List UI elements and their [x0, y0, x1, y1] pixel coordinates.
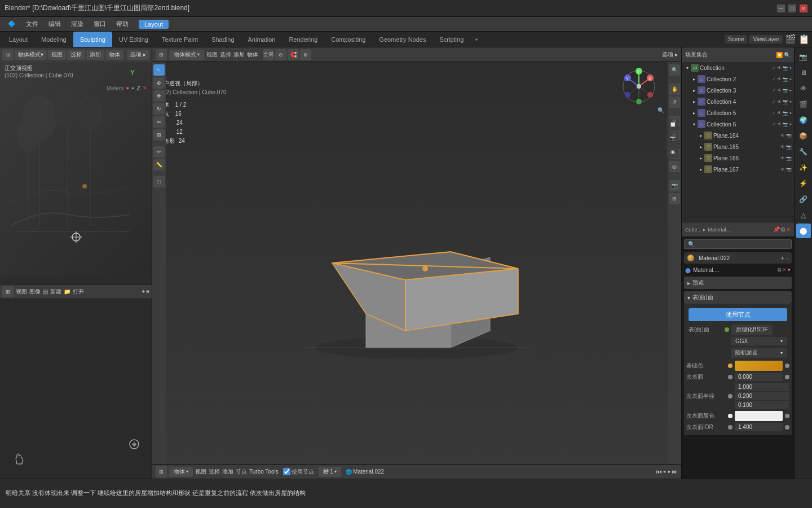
scale-tool[interactable]: ⇔ — [153, 116, 165, 128]
ggx-selector[interactable]: GGX — [731, 337, 787, 345]
props-icon-render[interactable]: 📷 — [796, 50, 811, 64]
props-icon-modifier[interactable]: 🔧 — [796, 144, 811, 159]
c4-check[interactable]: ✓ — [772, 99, 776, 104]
tab-scripting[interactable]: Scripting — [433, 32, 470, 47]
tree-item-collection4[interactable]: ▸ □ Collection 4 ✓ 👁 📷 ● — [682, 96, 794, 107]
base-color-picker[interactable] — [735, 361, 783, 371]
camera-view[interactable]: 📷 — [669, 180, 680, 191]
subsurface-color-picker[interactable] — [735, 411, 783, 421]
c3-dot[interactable]: ● — [789, 88, 792, 93]
maximize-button[interactable]: □ — [788, 5, 796, 12]
c2-check[interactable]: ✓ — [772, 77, 776, 82]
left-viewport-canvas[interactable]: 正交顶视图 (102) Collection | Cube.070 Y Mete… — [0, 62, 152, 277]
annotate-tool[interactable]: ✏ — [153, 146, 165, 157]
center-add[interactable]: 添加 — [233, 51, 245, 59]
left-bottom-image[interactable]: 图像 — [29, 288, 41, 296]
tab-geometry-nodes[interactable]: Geometry Nodes — [372, 32, 433, 47]
random-walk-selector[interactable]: 随机游走 — [731, 348, 787, 358]
c2-dot[interactable]: ● — [789, 77, 792, 82]
tree-item-plane165[interactable]: ▸ ▽ Plane.165 👁 📷 — [682, 141, 794, 152]
mat-copy-btn[interactable]: ⧉ — [778, 267, 781, 273]
props-icon-scene[interactable]: 🎬 — [796, 97, 811, 112]
3d-viewport[interactable]: 用户透视（局部） (102) Collection | Cube.070 物体 … — [152, 62, 681, 464]
tree-item-collection3[interactable]: ▸ □ Collection 3 ✓ 👁 📷 ● — [682, 85, 794, 96]
view-pan[interactable]: ✋ — [669, 84, 680, 95]
center-object[interactable]: 物体 — [247, 51, 258, 59]
left-bottom-viewport[interactable]: ✥ — [0, 299, 152, 479]
window-controls[interactable]: ─ □ ✕ — [777, 5, 807, 12]
material-name-label[interactable]: Material.022 — [699, 255, 779, 261]
props-icon-world[interactable]: 🌍 — [796, 113, 811, 128]
bottom-node[interactable]: 节点 — [236, 468, 247, 476]
bottom-view[interactable]: 视图 — [195, 468, 206, 476]
p166-eye[interactable]: 👁 — [780, 156, 785, 161]
left-bottom-new[interactable]: 新建 — [50, 288, 61, 296]
c5-dot[interactable]: ● — [789, 111, 792, 116]
props-pin-btn[interactable]: 📌 — [773, 226, 780, 233]
left-bottom-open[interactable]: 打开 — [73, 288, 84, 296]
use-nodes-button[interactable]: 使用节点 — [689, 308, 787, 321]
menu-help[interactable]: 帮助 — [112, 19, 133, 29]
close-button[interactable]: ✕ — [800, 5, 807, 12]
left-bottom-display[interactable]: ▤ — [43, 288, 48, 295]
bottom-select[interactable]: 选择 — [209, 468, 220, 476]
expand-collection[interactable]: ▾ — [684, 64, 691, 71]
scene-icon[interactable]: 🎬 — [785, 34, 796, 45]
viewport-shade-btn[interactable]: ◉ — [667, 146, 679, 158]
tab-texture-paint[interactable]: Texture Paint — [155, 32, 205, 47]
p165-eye[interactable]: 👁 — [780, 144, 785, 150]
transform-tool[interactable]: ⊞ — [153, 129, 165, 141]
c2-cam[interactable]: 📷 — [783, 77, 788, 82]
zoom-indicator[interactable]: 🔍 — [657, 107, 664, 113]
global-local-toggle[interactable]: 全局 — [263, 49, 274, 60]
vis-active[interactable]: ● — [789, 65, 792, 71]
expand-plane165[interactable]: ▸ — [698, 143, 704, 150]
viewport-select-menu[interactable]: 选择 — [67, 50, 85, 60]
add-cube-tool[interactable]: □ — [153, 176, 165, 187]
center-options[interactable]: 选项 ▸ — [662, 51, 678, 59]
props-icon-constraints[interactable]: 🔗 — [796, 192, 811, 207]
center-mode-icon[interactable]: ⊞ — [156, 49, 167, 60]
surface-section-header[interactable]: ▾ 表(曲)面 — [684, 291, 792, 304]
menu-file[interactable]: 文件 — [21, 19, 43, 29]
tree-item-plane164[interactable]: ▸ ▽ Plane.164 👁 📷 — [682, 130, 794, 141]
c4-eye[interactable]: 👁 — [777, 99, 782, 104]
bottom-mode-icon[interactable]: ⊞ — [156, 466, 167, 478]
tab-rendering[interactable]: Rendering — [282, 32, 324, 47]
left-bottom-expand[interactable]: + — [142, 288, 145, 295]
viewlayer-selector[interactable]: ViewLayer — [749, 35, 783, 43]
p167-cam[interactable]: 📷 — [786, 167, 792, 172]
minimize-button[interactable]: ─ — [777, 5, 785, 12]
tab-layout[interactable]: Layout — [2, 32, 34, 47]
add-workspace-button[interactable]: + — [470, 34, 483, 45]
material-display-name[interactable]: Material.... — [693, 267, 720, 273]
viewport-mode-btn[interactable]: ⊞ — [2, 49, 14, 60]
tree-item-collection6[interactable]: ▾ □ Collection 6 ✓ 👁 📷 ● — [682, 119, 794, 130]
transform-pivot[interactable]: ⊙ — [275, 49, 286, 60]
props-close-btn[interactable]: ✕ — [786, 226, 791, 233]
tree-item-plane167[interactable]: ▸ ▽ Plane.167 👁 📷 — [682, 164, 794, 175]
p164-eye[interactable]: 👁 — [780, 133, 785, 138]
expand-collection3[interactable]: ▸ — [691, 87, 698, 94]
props-icon-object[interactable]: 📦 — [796, 129, 811, 143]
subsurface-ior-value[interactable]: 1.400 — [735, 423, 783, 431]
p167-eye[interactable]: 👁 — [780, 167, 785, 172]
subsurface-radius-r[interactable]: 1.000 — [735, 383, 789, 391]
viewlayer-icon[interactable]: 📋 — [798, 34, 810, 45]
material-name-display[interactable]: Material.022 — [353, 468, 384, 475]
viewport-view-menu[interactable]: 视图 — [48, 50, 66, 60]
tab-uv-editing[interactable]: UV Editing — [112, 32, 155, 47]
props-icon-object-data[interactable]: △ — [796, 208, 811, 222]
expand-collection6[interactable]: ▾ — [691, 121, 698, 128]
tree-item-collection5[interactable]: ▸ □ Collection 5 ✓ 👁 📷 ● — [682, 107, 794, 119]
mat-unlink-btn[interactable]: ✕ — [782, 267, 787, 273]
viewport-object-menu[interactable]: 物体 — [105, 50, 123, 60]
c4-cam[interactable]: 📷 — [783, 99, 788, 104]
c6-eye[interactable]: 👁 — [777, 122, 782, 127]
p166-cam[interactable]: 📷 — [786, 156, 792, 161]
measure-tool[interactable]: 📏 — [153, 159, 165, 170]
left-options-btn[interactable]: 选项 ▸ — [127, 50, 149, 60]
view-orbit[interactable]: ↺ — [669, 97, 680, 108]
menu-edit[interactable]: 编辑 — [44, 19, 65, 29]
outliner-filter-btn[interactable]: 🔽 — [776, 52, 783, 58]
